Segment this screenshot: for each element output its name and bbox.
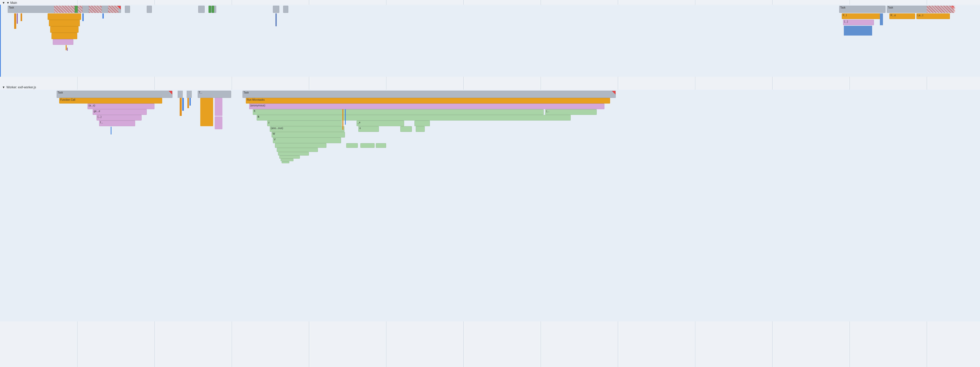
main-track	[0, 5, 980, 77]
anon-ft-right[interactable]: (...	[545, 109, 597, 115]
green-small-3[interactable]	[416, 126, 425, 132]
block-label: Task	[9, 6, 14, 9]
block-label: (a...s)	[89, 104, 95, 107]
worker-task-1[interactable]: Task	[57, 91, 172, 98]
orange-mini-w2	[188, 98, 189, 108]
block-label: Run Microtasks	[247, 98, 265, 101]
main-expand-arrow: ▼	[2, 1, 5, 5]
gold-block-1[interactable]	[48, 13, 81, 20]
green-cascade-6[interactable]	[282, 161, 290, 163]
anon-ous-block[interactable]: (ano...ous)	[270, 126, 344, 132]
mini-block-orange-2	[21, 13, 22, 21]
gray-task-5[interactable]	[147, 6, 152, 13]
block-label: f...	[100, 121, 103, 124]
o-block[interactable]: o	[358, 126, 379, 132]
blue-indicator-2	[102, 13, 104, 19]
red-corner-worker-2	[612, 91, 616, 94]
blue-ind-right	[275, 13, 277, 26]
main-section-header[interactable]: ▼ ▼ Main	[0, 0, 19, 5]
block-label: Task	[243, 91, 249, 94]
ft-block[interactable]: ft	[253, 109, 544, 115]
main-label: ▼ Main	[6, 1, 17, 5]
green-cascade-1[interactable]	[275, 143, 326, 148]
mini-purple-2	[67, 48, 68, 51]
scatter-green-3[interactable]	[376, 143, 386, 148]
gray-task-6[interactable]	[198, 6, 205, 13]
block-label: (...	[546, 110, 549, 113]
gold-block-2[interactable]	[49, 20, 80, 26]
worker-expand-arrow: ▼	[2, 86, 5, 89]
worker-section-header[interactable]: ▼ Worker: exif-worker.js	[0, 85, 38, 89]
green-cascade-4[interactable]	[279, 156, 300, 159]
block-label: z	[268, 121, 269, 124]
block-label: Function Call	[60, 98, 75, 101]
block-label: W	[273, 132, 275, 135]
block-label: La...t	[918, 14, 923, 17]
purple-block-main-1[interactable]	[53, 39, 73, 45]
gray-task-2[interactable]	[83, 6, 89, 13]
gold-tall-block[interactable]	[200, 98, 213, 126]
v-block[interactable]: V	[273, 137, 341, 143]
re-block[interactable]: R...e	[889, 13, 915, 19]
block-label: ge...e	[94, 110, 100, 113]
fl-block[interactable]: F...l	[842, 13, 880, 19]
blue-indicator-1	[83, 13, 84, 21]
f-block[interactable]: f...	[99, 121, 135, 126]
worker-task-2[interactable]: Task	[242, 91, 616, 98]
block-label: V	[274, 138, 276, 141]
orange-mini-w1	[180, 98, 182, 116]
main-task-right-1[interactable]: Task	[839, 6, 886, 13]
green-block-main[interactable]	[75, 6, 78, 13]
green-block-mid-2[interactable]	[212, 6, 214, 13]
gold-block-4[interactable]	[51, 33, 77, 39]
green-block-mid[interactable]	[208, 6, 211, 13]
gray-task-9[interactable]	[283, 6, 288, 13]
blue-mini-w1	[182, 98, 184, 111]
w-block[interactable]: W	[272, 132, 345, 137]
scatter-green-2[interactable]	[360, 143, 375, 148]
blue-bar-right	[880, 13, 883, 25]
green-small-1[interactable]	[414, 121, 430, 126]
gray-task-3[interactable]	[102, 6, 108, 13]
block-label: o	[360, 127, 361, 129]
mini-task-w2	[187, 91, 192, 98]
anon-block-right[interactable]: (...)	[843, 19, 874, 25]
gee-block[interactable]: ge...e	[93, 109, 147, 115]
green-small-2[interactable]	[400, 126, 412, 132]
block-label: R...e	[891, 14, 896, 17]
block-label: T...	[199, 91, 202, 94]
red-corner-worker-1	[169, 91, 172, 94]
block-label: (anonymous)	[250, 104, 265, 107]
block-label: ft	[254, 110, 255, 113]
block-label: lt	[258, 115, 259, 118]
anon-worker-1[interactable]: (...)	[97, 115, 142, 121]
worker-label: Worker: exif-worker.js	[6, 86, 36, 89]
orange-ind-scatter	[342, 109, 344, 130]
gray-task-4[interactable]	[125, 6, 130, 13]
mini-orange-3	[66, 45, 67, 50]
anonymous-block[interactable]: (anonymous)	[249, 104, 605, 109]
green-cascade-5[interactable]	[281, 159, 293, 161]
run-microtasks-block[interactable]: Run Microtasks	[246, 98, 610, 104]
function-call-block[interactable]: Function Call	[59, 98, 162, 104]
block-label: F...l	[843, 14, 847, 17]
green-cascade-2[interactable]	[277, 148, 318, 152]
as-block[interactable]: (a...s)	[88, 104, 154, 109]
block-label: Task	[888, 6, 893, 9]
underscore-e-block[interactable]: _e	[356, 121, 404, 126]
block-label: (...)	[97, 115, 102, 118]
lt-block[interactable]: lt	[257, 115, 571, 121]
main-track-marker	[0, 5, 1, 77]
blue-thin-worker	[111, 127, 111, 134]
green-cascade-3[interactable]	[278, 152, 309, 156]
gold-block-3[interactable]	[50, 26, 78, 33]
block-label: (ano...ous)	[271, 127, 283, 129]
gray-task-8[interactable]	[273, 6, 279, 13]
t-task-block[interactable]: T...	[198, 91, 231, 98]
z-block[interactable]: z	[267, 121, 342, 126]
purple-right-1	[215, 98, 223, 116]
mini-block-orange-1	[14, 13, 16, 29]
lat-block[interactable]: La...t	[916, 13, 950, 19]
blue-ind-scatter	[345, 109, 346, 124]
scatter-green-1[interactable]	[346, 143, 358, 148]
